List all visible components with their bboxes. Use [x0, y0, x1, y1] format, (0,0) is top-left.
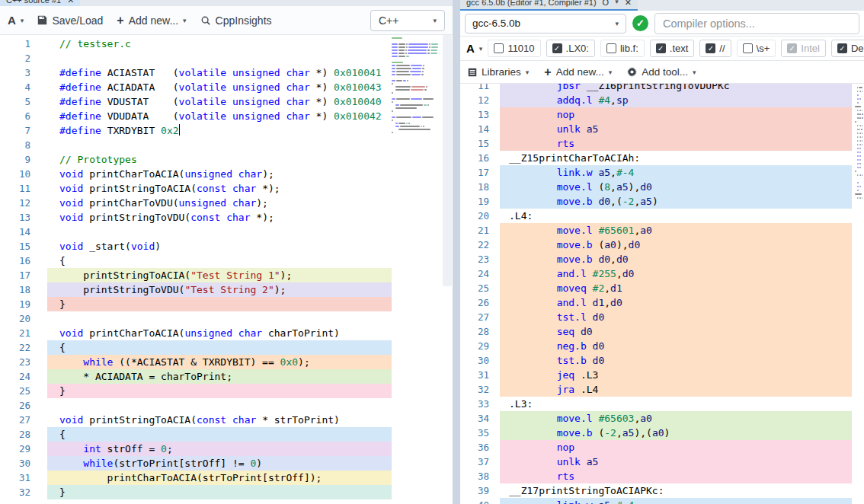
- source-line[interactable]: 29 int strOff = 0;: [0, 442, 453, 456]
- asm-line[interactable]: 23 move.b d0,d0: [460, 252, 864, 266]
- source-line[interactable]: 10void printCharToACIA(unsigned char);: [0, 167, 453, 181]
- filter-binary[interactable]: 11010: [488, 40, 540, 57]
- source-line[interactable]: 2: [0, 51, 453, 65]
- font-menu-button[interactable]: A ▾: [8, 14, 24, 27]
- line-number: 28: [0, 427, 47, 442]
- filter-whitespace[interactable]: \s+: [737, 40, 776, 57]
- pane-divider[interactable]: [453, 0, 460, 504]
- vertical-scrollbar[interactable]: [442, 35, 453, 504]
- filter-label: Demangle: [851, 43, 864, 54]
- asm-line[interactable]: 25 moveq #2,d1: [460, 281, 864, 295]
- filter-unused-labels[interactable]: ✓.LX0:: [546, 40, 595, 57]
- source-line[interactable]: 23 while ((*ACIASTAT & TXRDYBIT) == 0x0)…: [0, 355, 453, 369]
- overflow-menu-button[interactable]: O: [603, 0, 610, 7]
- source-line[interactable]: 25}: [0, 384, 453, 398]
- asm-line[interactable]: 21 move.l #65601,a0: [460, 223, 864, 238]
- compiler-pane-tab[interactable]: gcc 6.5.0b (Editor #1, Compiler #1) O ▾ …: [460, 0, 638, 11]
- asm-line[interactable]: 34 move.l #65603,a0: [460, 411, 864, 426]
- font-menu-button[interactable]: A ▾: [466, 42, 482, 55]
- source-pane-tab[interactable]: C++ source #1 ✕: [0, 0, 80, 6]
- source-line[interactable]: 19}: [0, 297, 453, 311]
- asm-line[interactable]: 22 move.b (a0),d0: [460, 238, 864, 252]
- scrollbar-thumb[interactable]: [443, 35, 452, 286]
- source-line[interactable]: 14: [0, 225, 453, 239]
- filter-directives[interactable]: ✓.text: [650, 40, 695, 57]
- asm-line[interactable]: 29 neg.b d0: [460, 339, 864, 353]
- asm-line[interactable]: 32 jra .L4: [460, 382, 864, 397]
- cppinsights-button[interactable]: CppInsights: [200, 14, 272, 27]
- asm-line[interactable]: 37 unlk a5: [460, 455, 864, 469]
- source-line[interactable]: 28{: [0, 427, 453, 442]
- close-icon[interactable]: ✕: [625, 0, 632, 8]
- source-line[interactable]: 11void printStringToACIA(const char *);: [0, 181, 453, 196]
- asm-line[interactable]: 33.L3:: [460, 397, 864, 411]
- asm-line[interactable]: 31 jeq .L3: [460, 368, 864, 382]
- add-new-button[interactable]: + Add new... ▾: [544, 65, 612, 79]
- source-line[interactable]: 5#define VDUSTAT (volatile unsigned char…: [0, 94, 453, 109]
- source-line[interactable]: 8: [0, 138, 453, 152]
- asm-line[interactable]: 27 tst.l d0: [460, 310, 864, 324]
- compiler-options-input[interactable]: [654, 13, 859, 34]
- minimap[interactable]: [855, 85, 863, 199]
- asm-line[interactable]: 17 link.w a5,#-4: [460, 165, 864, 180]
- source-code-editor[interactable]: 1// testser.c23#define ACIASTAT (volatil…: [0, 35, 453, 504]
- source-line[interactable]: 27void printStringToACIA(const char * st…: [0, 413, 453, 427]
- source-line[interactable]: 16{: [0, 254, 453, 268]
- asm-line[interactable]: 12 addq.l #4,sp: [460, 93, 864, 107]
- filter-comments[interactable]: ✓//: [699, 40, 731, 57]
- asm-line[interactable]: 38 rts: [460, 469, 864, 483]
- asm-line[interactable]: 20.L4:: [460, 209, 864, 223]
- libraries-button[interactable]: Libraries ▾: [468, 66, 529, 78]
- minimap[interactable]: [392, 37, 442, 134]
- close-icon[interactable]: ✕: [67, 0, 74, 5]
- asm-line[interactable]: 15 rts: [460, 136, 864, 151]
- asm-line[interactable]: 40 link.w a5,#-4: [460, 498, 864, 504]
- filter-library-functions[interactable]: lib.f:: [600, 40, 645, 57]
- asm-line[interactable]: 28 seq d0: [460, 324, 864, 339]
- source-line[interactable]: 26: [0, 398, 453, 413]
- source-line[interactable]: 6#define VDUDATA (volatile unsigned char…: [0, 109, 453, 123]
- source-line[interactable]: 12void printCharToVDU(unsigned char);: [0, 196, 453, 210]
- asm-line[interactable]: 39__Z17printStringToACIAPKc:: [460, 483, 864, 498]
- asm-line[interactable]: 26 and.l d1,d0: [460, 295, 864, 310]
- asm-line[interactable]: 13 nop: [460, 107, 864, 122]
- language-select[interactable]: C++ ▾: [370, 10, 445, 31]
- line-content: #define VDUSTAT (volatile unsigned char …: [47, 94, 392, 109]
- add-tool-button[interactable]: Add tool... ▾: [627, 66, 696, 78]
- source-line[interactable]: 17 printStringToACIA("Test String 1");: [0, 268, 453, 282]
- compiler-select[interactable]: gcc-6.5.0b ▾: [465, 14, 626, 33]
- asm-line[interactable]: 16__Z15printCharToACIAh:: [460, 151, 864, 165]
- source-line[interactable]: 32}: [0, 485, 453, 499]
- line-content: move.b (a0),d0: [500, 238, 852, 252]
- asm-line[interactable]: 36 nop: [460, 440, 864, 455]
- source-line[interactable]: 9// Prototypes: [0, 152, 453, 167]
- source-line[interactable]: 20: [0, 311, 453, 326]
- asm-line[interactable]: 11 jbsr __Z16printStringToVDUPKc: [460, 84, 864, 93]
- save-load-button[interactable]: Save/Load: [37, 14, 103, 27]
- asm-line[interactable]: 24 and.l #255,d0: [460, 266, 864, 281]
- source-line[interactable]: 31 printCharToACIA(strToPrint[strOff]);: [0, 471, 453, 485]
- source-line[interactable]: 18 printStringToVDU("Test String 2");: [0, 282, 453, 297]
- source-line[interactable]: 7#define TXRDYBIT 0x2: [0, 123, 453, 138]
- source-line[interactable]: 1// testser.c: [0, 37, 453, 51]
- asm-line[interactable]: 18 move.l (8,a5),d0: [460, 180, 864, 194]
- assembly-output-editor[interactable]: 11 jbsr __Z16printStringToVDUPKc12 addq.…: [460, 84, 864, 504]
- asm-line[interactable]: 30 tst.b d0: [460, 353, 864, 368]
- filter-intel-syntax[interactable]: ✓Intel: [781, 40, 826, 57]
- source-line[interactable]: 15void _start(void): [0, 239, 453, 254]
- compile-status-ok-icon[interactable]: ✓: [632, 15, 648, 31]
- source-line[interactable]: 4#define ACIADATA (volatile unsigned cha…: [0, 80, 453, 94]
- source-line[interactable]: 13void printStringToVDU(const char *);: [0, 210, 453, 225]
- filter-demangle[interactable]: ✓Demangle: [831, 40, 864, 57]
- source-line[interactable]: 22{: [0, 340, 453, 355]
- asm-line[interactable]: 19 move.b d0,(-2,a5): [460, 194, 864, 209]
- add-new-button[interactable]: + Add new... ▾: [117, 14, 186, 27]
- source-line[interactable]: 3#define ACIASTAT (volatile unsigned cha…: [0, 65, 453, 80]
- line-number: 18: [0, 282, 47, 297]
- asm-line[interactable]: 14 unlk a5: [460, 122, 864, 136]
- asm-line[interactable]: 35 move.b (-2,a5),(a0): [460, 426, 864, 440]
- source-line[interactable]: 24 * ACIADATA = charToPrint;: [0, 369, 453, 384]
- source-line[interactable]: 21void printCharToACIA(unsigned char cha…: [0, 326, 453, 340]
- source-line[interactable]: 30 while(strToPrint[strOff] != 0): [0, 456, 453, 471]
- save-icon: [37, 15, 47, 25]
